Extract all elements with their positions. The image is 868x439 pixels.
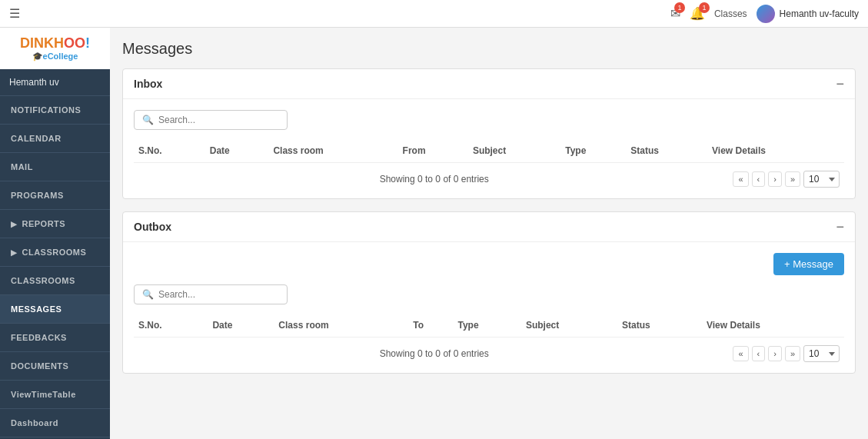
outbox-col-viewdetails: View Details [702, 314, 844, 338]
inbox-table: S.No. Date Class room From Subject Type … [134, 139, 844, 163]
sidebar-item-label: FEEDBACKS [11, 333, 67, 342]
sidebar-item-documents[interactable]: DOCUMENTS [0, 352, 110, 381]
outbox-search-wrap: 🔍 [134, 284, 288, 304]
inbox-per-page-select[interactable]: 10 25 50 100 [803, 171, 840, 188]
sidebar-item-label: MAIL [11, 162, 33, 171]
outbox-table: S.No. Date Class room To Type Subject St… [134, 314, 844, 338]
sidebar-item-label: CALENDAR [11, 134, 62, 143]
sidebar-item-calendar[interactable]: CALENDAR [0, 125, 110, 153]
sidebar: DINKHOO! 🎓eCollege Hemanth uv NOTIFICATI… [0, 28, 110, 439]
outbox-first-page-button[interactable]: « [733, 346, 748, 361]
topbar-left: ☰ [9, 6, 20, 21]
outbox-col-to: To [408, 314, 453, 338]
hamburger-menu[interactable]: ☰ [9, 6, 20, 21]
inbox-col-date: Date [205, 139, 269, 163]
email-badge: 1 [674, 2, 685, 13]
inbox-col-status: Status [626, 139, 707, 163]
outbox-next-page-button[interactable]: › [768, 346, 782, 361]
search-icon: 🔍 [142, 115, 154, 125]
user-info[interactable]: Hemanth uv-faculty [757, 5, 859, 23]
email-icon-wrap[interactable]: ✉ 1 [670, 6, 680, 21]
inbox-title: Inbox [134, 78, 162, 90]
inbox-col-type: Type [560, 139, 626, 163]
inbox-body: 🔍 S.No. Date Class room From Subject Typ… [123, 99, 855, 198]
inbox-col-classroom: Class room [268, 139, 397, 163]
outbox-toolbar: + Message [134, 253, 844, 284]
inbox-header-row: S.No. Date Class room From Subject Type … [134, 139, 844, 163]
outbox-prev-page-button[interactable]: ‹ [752, 346, 766, 361]
topbar: ☰ ✉ 1 🔔 1 Classes Hemanth uv-faculty [0, 0, 868, 28]
sidebar-user: Hemanth uv [0, 69, 110, 96]
outbox-col-sno: S.No. [134, 314, 208, 338]
logo-text: DINKHOO! 🎓eCollege [6, 35, 104, 62]
sidebar-item-programs[interactable]: PROGRAMS [0, 181, 110, 210]
inbox-pagination: Showing 0 to 0 of 0 entries « ‹ › » 10 2… [134, 163, 844, 188]
main-content: Messages Inbox − 🔍 S.No. Date Class r [110, 28, 868, 439]
inbox-first-page-button[interactable]: « [733, 171, 748, 187]
inbox-search-wrap: 🔍 [134, 110, 288, 130]
sidebar-item-reports[interactable]: ▶ REPORTS [0, 210, 110, 238]
inbox-table-head: S.No. Date Class room From Subject Type … [134, 139, 844, 163]
outbox-col-status: Status [617, 314, 702, 338]
sidebar-item-label: ViewTimeTable [11, 390, 76, 399]
outbox-pagination: Showing 0 to 0 of 0 entries « ‹ › » 10 2… [134, 338, 844, 362]
search-icon: 🔍 [142, 289, 154, 300]
inbox-prev-page-button[interactable]: ‹ [752, 171, 766, 187]
classes-link[interactable]: Classes [714, 8, 747, 19]
inbox-col-viewdetails: View Details [707, 139, 844, 163]
outbox-search-input[interactable] [158, 289, 279, 300]
sidebar-item-feedbacks[interactable]: FEEDBACKS [0, 324, 110, 352]
sidebar-item-classrooms-sub[interactable]: ▶ CLASSROOMS [0, 238, 110, 267]
sidebar-item-classrooms[interactable]: CLASSROOMS [0, 267, 110, 295]
sidebar-item-label: NOTIFICATIONS [11, 105, 81, 115]
inbox-section: Inbox − 🔍 S.No. Date Class room From [122, 68, 856, 199]
user-name-label: Hemanth uv-faculty [780, 8, 859, 19]
inbox-col-from: From [398, 139, 468, 163]
inbox-col-subject: Subject [468, 139, 560, 163]
outbox-collapse-button[interactable]: − [836, 220, 844, 234]
sidebar-item-messages[interactable]: MESSAGES [0, 295, 110, 324]
bell-icon-wrap[interactable]: 🔔 1 [690, 6, 705, 21]
outbox-pagination-info: Showing 0 to 0 of 0 entries [138, 348, 730, 359]
avatar [757, 5, 775, 23]
outbox-body: + Message 🔍 S.No. Date Class room To Typ… [123, 242, 855, 373]
sidebar-item-viewtimetable[interactable]: ViewTimeTable [0, 381, 110, 409]
sidebar-item-label: CLASSROOMS [22, 248, 87, 257]
chevron-right-icon: ▶ [11, 220, 18, 228]
sidebar-item-label: REPORTS [22, 219, 66, 228]
sidebar-item-mail[interactable]: MAIL [0, 153, 110, 181]
inbox-search-input[interactable] [158, 115, 279, 125]
outbox-col-classroom: Class room [274, 314, 408, 338]
outbox-col-type: Type [453, 314, 520, 338]
topbar-right: ✉ 1 🔔 1 Classes Hemanth uv-faculty [670, 5, 859, 23]
sidebar-item-label: PROGRAMS [11, 191, 64, 200]
page-title: Messages [122, 40, 856, 58]
outbox-header: Outbox − [123, 212, 855, 242]
sidebar-item-label: MESSAGES [11, 304, 62, 314]
inbox-collapse-button[interactable]: − [836, 77, 844, 91]
outbox-title: Outbox [134, 221, 171, 233]
add-message-button[interactable]: + Message [773, 253, 844, 275]
outbox-table-head: S.No. Date Class room To Type Subject St… [134, 314, 844, 338]
sidebar-item-label: CLASSROOMS [11, 276, 75, 285]
sidebar-item-notifications[interactable]: NOTIFICATIONS [0, 96, 110, 125]
inbox-last-page-button[interactable]: » [785, 171, 800, 187]
outbox-col-date: Date [208, 314, 274, 338]
chevron-right-icon: ▶ [11, 248, 18, 257]
bell-badge: 1 [699, 2, 710, 13]
sidebar-item-label: Dashboard [11, 418, 58, 427]
inbox-col-sno: S.No. [134, 139, 205, 163]
outbox-section: Outbox − + Message 🔍 S.No. Date Cla [122, 211, 856, 374]
inbox-header: Inbox − [123, 69, 855, 99]
layout: DINKHOO! 🎓eCollege Hemanth uv NOTIFICATI… [0, 28, 868, 439]
outbox-per-page-select[interactable]: 10 25 50 100 [803, 345, 840, 362]
inbox-pagination-info: Showing 0 to 0 of 0 entries [138, 174, 730, 185]
sidebar-item-dashboard[interactable]: Dashboard [0, 409, 110, 437]
outbox-col-subject: Subject [521, 314, 617, 338]
outbox-header-row: S.No. Date Class room To Type Subject St… [134, 314, 844, 338]
sidebar-item-label: DOCUMENTS [11, 361, 68, 371]
inbox-next-page-button[interactable]: › [768, 171, 782, 187]
outbox-last-page-button[interactable]: » [785, 346, 800, 361]
sidebar-logo: DINKHOO! 🎓eCollege [0, 28, 110, 69]
